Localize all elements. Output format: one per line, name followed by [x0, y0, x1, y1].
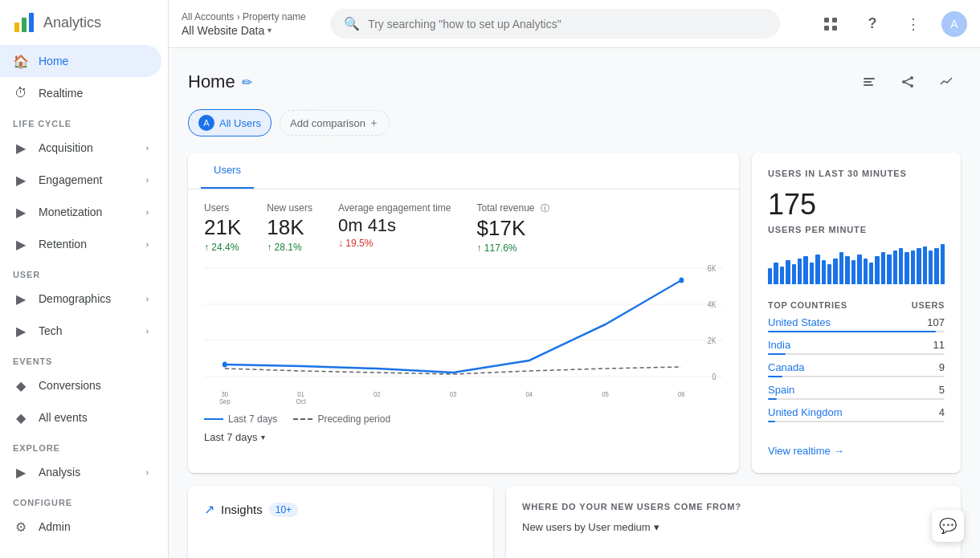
- metric-revenue: Total revenue ⓘ $17K ↑ 117.6%: [477, 202, 549, 254]
- realtime-icon: ⏱: [13, 85, 29, 101]
- app-name: Analytics: [43, 14, 101, 31]
- sidebar-item-home[interactable]: 🏠 Home: [0, 45, 161, 77]
- legend-preceding-label: Preceding period: [317, 413, 390, 425]
- country-bar-fill: [768, 331, 936, 332]
- sidebar-item-tech[interactable]: ▶ Tech ›: [0, 315, 161, 347]
- users-label: Users: [204, 202, 241, 214]
- sidebar-item-monetization[interactable]: ▶ Monetization ›: [0, 196, 161, 228]
- sidebar-home-label: Home: [39, 55, 68, 67]
- svg-rect-2: [29, 13, 34, 32]
- country-count: 9: [939, 361, 945, 373]
- svg-text:06: 06: [678, 389, 685, 398]
- chat-icon: 💬: [939, 517, 957, 535]
- country-name: United Kingdom: [768, 406, 843, 418]
- sidebar-engagement-label: Engagement: [39, 173, 102, 186]
- filter-chip-label: All Users: [219, 117, 261, 129]
- country-bar-fill: [768, 421, 775, 422]
- sidebar-item-conversions[interactable]: ◆ Conversions: [0, 369, 161, 401]
- search-bar[interactable]: 🔍: [330, 9, 780, 39]
- view-realtime-link[interactable]: View realtime →: [768, 445, 945, 457]
- more-options-button[interactable]: ⋮: [900, 10, 929, 39]
- breadcrumb-all-accounts: All Accounts: [182, 11, 234, 22]
- svg-rect-9: [864, 84, 873, 86]
- section-explore: EXPLORE: [0, 434, 168, 456]
- edit-icon[interactable]: ✏: [242, 75, 252, 90]
- country-info: United Kingdom 4: [768, 406, 945, 418]
- chevron-right-icon: ›: [146, 176, 149, 185]
- metric-users: Users 21K ↑ 24.4%: [204, 202, 241, 254]
- legend-solid-line: [204, 418, 223, 420]
- country-info: Spain 5: [768, 384, 945, 396]
- svg-rect-1: [22, 18, 27, 32]
- legend-dashed-line: [293, 418, 312, 420]
- svg-rect-0: [14, 22, 19, 32]
- section-events: EVENTS: [0, 347, 168, 369]
- sidebar-item-admin[interactable]: ⚙ Admin: [0, 511, 161, 543]
- top-countries-label: TOP COUNTRIES: [768, 300, 847, 310]
- page-title: Home ✏: [188, 71, 252, 92]
- svg-text:05: 05: [602, 389, 609, 398]
- svg-line-14: [904, 82, 912, 86]
- sidebar-item-all-events[interactable]: ◆ All events: [0, 401, 161, 434]
- main-content: Home ✏ A All Users Add comparison ＋: [169, 48, 980, 558]
- svg-point-23: [223, 362, 227, 368]
- chart-tab-users[interactable]: Users: [201, 153, 254, 189]
- realtime-bar: [941, 244, 945, 284]
- legend-preceding: Preceding period: [293, 413, 390, 425]
- sidebar-item-acquisition[interactable]: ▶ Acquisition ›: [0, 132, 161, 164]
- compare-button[interactable]: [932, 67, 961, 96]
- share-button[interactable]: [893, 67, 922, 96]
- realtime-bar: [893, 250, 897, 285]
- svg-text:Sep: Sep: [219, 397, 231, 405]
- svg-line-13: [904, 78, 912, 82]
- acquisition-icon: ▶: [13, 140, 29, 156]
- revenue-change: ↑ 117.6%: [477, 242, 549, 254]
- sidebar-tech-label: Tech: [39, 324, 63, 337]
- countries-header: TOP COUNTRIES USERS: [768, 300, 945, 310]
- country-bar-track: [768, 353, 945, 355]
- svg-rect-6: [832, 26, 837, 31]
- all-users-chip[interactable]: A All Users: [188, 109, 272, 136]
- insights-icon: ↗: [204, 502, 214, 517]
- apps-button[interactable]: [816, 10, 845, 39]
- country-info: India 11: [768, 339, 945, 351]
- chart-legend: Last 7 days Preceding period: [188, 407, 739, 425]
- realtime-bar: [774, 263, 778, 285]
- chat-button[interactable]: 💬: [932, 510, 964, 542]
- sidebar-item-analysis[interactable]: ▶ Analysis ›: [0, 456, 161, 488]
- country-name: Spain: [768, 384, 794, 396]
- country-bar-fill: [768, 376, 782, 377]
- realtime-bar: [827, 264, 831, 284]
- countries-section: TOP COUNTRIES USERS United States 107 In…: [768, 300, 945, 429]
- sidebar-item-demographics[interactable]: ▶ Demographics ›: [0, 283, 161, 315]
- sidebar-item-engagement[interactable]: ▶ Engagement ›: [0, 164, 161, 196]
- demographics-icon: ▶: [13, 291, 29, 307]
- sidebar-retention-label: Retention: [39, 238, 87, 250]
- sidebar-item-retention[interactable]: ▶ Retention ›: [0, 228, 161, 260]
- country-bar-track: [768, 331, 945, 332]
- realtime-bar: [864, 259, 868, 285]
- country-name: United States: [768, 316, 831, 328]
- sidebar-all-events-label: All events: [39, 411, 88, 424]
- realtime-bar: [887, 255, 891, 285]
- add-comparison-button[interactable]: Add comparison ＋: [280, 110, 390, 136]
- property-selector[interactable]: All Website Data ▾: [182, 24, 306, 37]
- avatar[interactable]: A: [941, 11, 967, 37]
- search-input[interactable]: [368, 18, 766, 31]
- page-actions: [855, 67, 961, 96]
- customize-report-button[interactable]: [855, 67, 884, 96]
- help-button[interactable]: ?: [858, 10, 887, 39]
- realtime-bar: [792, 264, 796, 284]
- source-dropdown[interactable]: New users by User medium ▾: [522, 521, 945, 533]
- country-bar-track: [768, 421, 945, 422]
- insights-card: ↗ Insights 10+: [188, 486, 493, 558]
- realtime-bar: [934, 248, 938, 284]
- chevron-right-icon: ›: [146, 327, 149, 336]
- country-count: 107: [927, 316, 945, 328]
- realtime-sub: USERS PER MINUTE: [768, 225, 945, 234]
- date-filter[interactable]: Last 7 days ▾: [188, 425, 739, 443]
- more-icon: ⋮: [906, 15, 921, 33]
- sidebar-item-realtime[interactable]: ⏱ Realtime: [0, 77, 161, 109]
- realtime-bar: [780, 267, 784, 285]
- realtime-bar: [929, 250, 933, 285]
